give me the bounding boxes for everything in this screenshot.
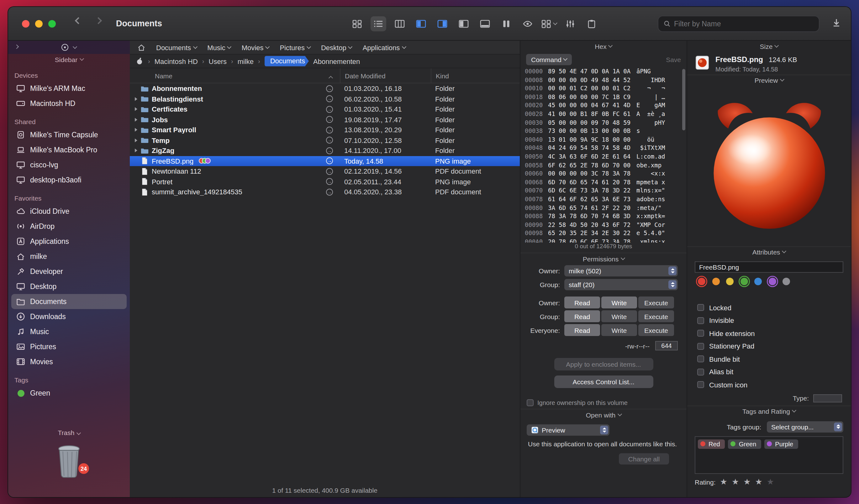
bundle-bit-checkbox[interactable] [697,355,704,362]
forward-button[interactable] [95,17,102,25]
minimize-window-button[interactable] [35,20,43,28]
close-window-button[interactable] [22,20,29,28]
size-section-header[interactable]: Size [687,41,851,52]
group-execute-toggle[interactable]: Execute [638,310,674,322]
apply-to-enclosed-button[interactable]: Apply to enclosed items... [554,358,653,370]
disclosure-triangle-icon[interactable] [135,118,137,122]
hex-dump[interactable]: 0000089 50 4E 47 0D 0A 1A 0AâPNG 0000800… [521,67,687,243]
red-label-dot[interactable] [698,277,705,285]
group-read-toggle[interactable]: Read [564,310,600,322]
column-header-date-modified[interactable]: Date Modified [340,68,431,83]
everyone-write-toggle[interactable]: Write [601,324,637,336]
file-row-abonnementen[interactable]: Abonnementen→ 01.03.2020., 16.18 Folder [130,83,520,94]
hex-save-button[interactable]: Save [666,56,681,63]
shortcut-music[interactable]: Music [207,44,231,51]
file-row-smart-payroll[interactable]: Smart Payroll→ 13.08.2019., 20.29 Folder [130,125,520,135]
breadcrumb-macintosh-hd[interactable]: Macintosh HD [154,57,198,65]
file-row-temp[interactable]: Temp→ 07.10.2020., 12.58 Folder [130,135,520,146]
type-field[interactable] [813,394,842,402]
group-write-toggle[interactable]: Write [601,310,637,322]
file-row-summit-archive[interactable]: summit_archive_1492184535→ 04.05.2020., … [130,187,520,197]
column-header-kind[interactable]: Kind [431,68,520,83]
sidebar-item-pictures[interactable]: Pictures [11,339,127,354]
disclosure-triangle-icon[interactable] [135,107,137,111]
sidebar-item-downloads[interactable]: Downloads [11,309,127,324]
back-button[interactable] [75,17,82,25]
stationery-pad-checkbox[interactable] [697,342,704,350]
reveal-arrow-icon[interactable]: → [326,96,333,103]
reveal-arrow-icon[interactable]: → [326,137,333,144]
breadcrumb-users[interactable]: Users [209,57,227,65]
star-icon[interactable]: ★ [720,478,727,486]
shortcut-desktop[interactable]: Desktop [321,44,352,51]
orange-label-dot[interactable] [712,277,720,285]
reveal-arrow-icon[interactable]: → [326,189,333,196]
reveal-arrow-icon[interactable]: → [326,158,333,165]
tag-pill-green[interactable]: Green [728,439,762,448]
file-row-portret[interactable]: Portret→ 02.05.2011., 23.44 PNG image [130,177,520,187]
shortcut-applications[interactable]: Applications [363,44,406,51]
custom-icon-checkbox[interactable] [697,381,704,388]
sidebar-item-macintosh-hd[interactable]: Macintosh HD [11,96,127,111]
file-name-field[interactable] [695,261,843,272]
sidebar-item-icloud-drive[interactable]: iCloud Drive [11,204,127,219]
preview-section-header[interactable]: Preview [687,74,851,86]
locked-checkbox[interactable] [697,304,704,311]
trash-drop-target[interactable]: 24 [55,444,83,479]
reveal-arrow-icon[interactable]: → [326,178,333,185]
list-view-button[interactable] [371,16,386,31]
home-shortcut-button[interactable] [137,43,146,51]
column-header-name[interactable]: Name [130,72,340,79]
reveal-arrow-icon[interactable]: → [326,85,333,92]
shortcut-documents[interactable]: Documents [156,44,197,51]
sidebar-item-movies[interactable]: Movies [11,354,127,369]
green-label-dot[interactable] [740,277,748,285]
sidebar-item-desktop[interactable]: Desktop [11,279,127,294]
column-view-button[interactable] [392,16,408,31]
star-icon[interactable]: ★ [732,478,739,486]
icon-view-button[interactable] [349,16,365,31]
star-icon[interactable]: ★ [767,478,774,486]
file-row-jobs[interactable]: Jobs→ 19.08.2019., 17.47 Folder [130,114,520,125]
file-row-belastingdienst[interactable]: Belastingdienst→ 06.02.2020., 10.58 Fold… [130,94,520,104]
access-control-list-button[interactable]: Access Control List... [554,376,653,388]
owner-select[interactable]: milke (502) [564,265,678,276]
gray-label-dot[interactable] [783,277,790,285]
invisible-checkbox[interactable] [697,317,704,324]
reveal-arrow-icon[interactable]: → [326,127,333,134]
everyone-execute-toggle[interactable]: Execute [638,324,674,336]
reveal-arrow-icon[interactable]: → [326,106,333,113]
shortcut-pictures[interactable]: Pictures [280,44,311,51]
tags-group-select[interactable]: Select group... [767,421,843,432]
file-name-input[interactable] [699,263,839,271]
toggle-left-panel-button[interactable] [456,16,471,31]
sidebar-item-developer[interactable]: Developer [11,264,127,279]
sidebar-item-documents[interactable]: Documents [11,294,127,309]
file-row-zigzag[interactable]: ZigZag→ 14.11.2020., 17.00 Folder [130,146,520,156]
zoom-window-button[interactable] [48,20,56,28]
star-icon[interactable]: ★ [743,478,751,486]
sidebar-item-tag-green[interactable]: Green [11,385,127,400]
split-view-left-button[interactable] [413,16,429,31]
alias-bit-checkbox[interactable] [697,368,704,375]
sidebar-item-arm-mac[interactable]: Milke's ARM Mac [11,81,127,96]
open-with-app-select[interactable]: Preview [527,424,609,436]
yellow-label-dot[interactable] [726,277,734,285]
purple-label-dot[interactable] [768,277,776,285]
apple-icon[interactable] [135,57,144,65]
change-all-button[interactable]: Change all [619,453,669,464]
breadcrumb-abonnementen[interactable]: Abonnementen [313,57,360,65]
sidebar-item-home-milke[interactable]: milke [11,249,127,264]
disclosure-triangle-icon[interactable] [135,139,137,142]
disclosure-triangle-icon[interactable] [135,149,137,153]
shortcut-movies[interactable]: Movies [242,44,269,51]
view-options-button[interactable] [541,16,557,31]
open-with-section-header[interactable]: Open with [521,409,687,420]
breadcrumb-documents-selected[interactable]: Documents [265,56,309,66]
device-selector-button[interactable] [8,44,130,51]
star-icon[interactable]: ★ [755,478,763,486]
tools-button[interactable] [562,16,578,31]
sidebar-item-music[interactable]: Music [11,324,127,339]
tag-pill-purple[interactable]: Purple [764,439,798,448]
tag-pill-red[interactable]: Red [698,439,725,448]
